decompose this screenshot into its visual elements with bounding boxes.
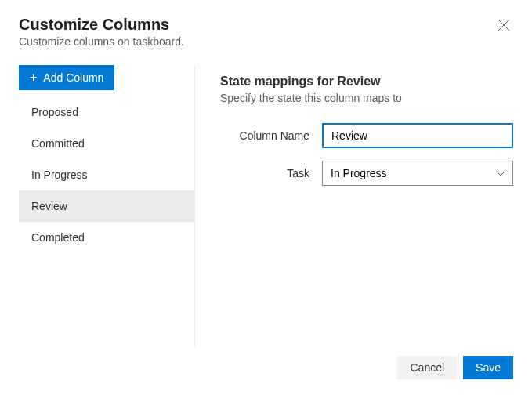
dialog-footer: Cancel Save	[19, 346, 513, 379]
task-row: Task	[220, 161, 513, 186]
title-block: Customize Columns Customize columns on t…	[19, 16, 184, 48]
sidebar-item-completed[interactable]: Completed	[19, 222, 194, 253]
task-select[interactable]	[322, 161, 513, 186]
sidebar-item-in-progress[interactable]: In Progress	[19, 159, 194, 190]
sidebar-item-review[interactable]: Review	[19, 190, 194, 222]
dialog-header: Customize Columns Customize columns on t…	[19, 16, 513, 48]
customize-columns-dialog: Customize Columns Customize columns on t…	[0, 0, 532, 395]
main-panel: State mappings for Review Specify the st…	[195, 65, 513, 346]
section-title: State mappings for Review	[220, 74, 513, 89]
task-label: Task	[220, 167, 322, 179]
column-name-row: Column Name	[220, 123, 513, 148]
close-button[interactable]	[494, 16, 513, 37]
dialog-subtitle: Customize columns on taskboard.	[19, 35, 184, 48]
dialog-body: + Add Column Proposed Committed In Progr…	[19, 65, 513, 346]
column-name-input[interactable]	[322, 123, 513, 148]
task-select-wrap	[322, 161, 513, 186]
add-column-label: Add Column	[43, 71, 103, 84]
column-name-label: Column Name	[220, 129, 322, 142]
section-subtitle: Specify the state this column maps to	[220, 92, 513, 104]
column-list: Proposed Committed In Progress Review Co…	[19, 96, 194, 253]
sidebar: + Add Column Proposed Committed In Progr…	[19, 65, 195, 346]
cancel-button[interactable]: Cancel	[397, 356, 457, 379]
close-icon	[498, 19, 510, 34]
dialog-title: Customize Columns	[19, 16, 184, 34]
sidebar-item-proposed[interactable]: Proposed	[19, 96, 194, 128]
save-button[interactable]: Save	[463, 356, 513, 379]
plus-icon: +	[30, 71, 37, 84]
sidebar-item-committed[interactable]: Committed	[19, 128, 194, 159]
add-column-button[interactable]: + Add Column	[19, 65, 114, 90]
